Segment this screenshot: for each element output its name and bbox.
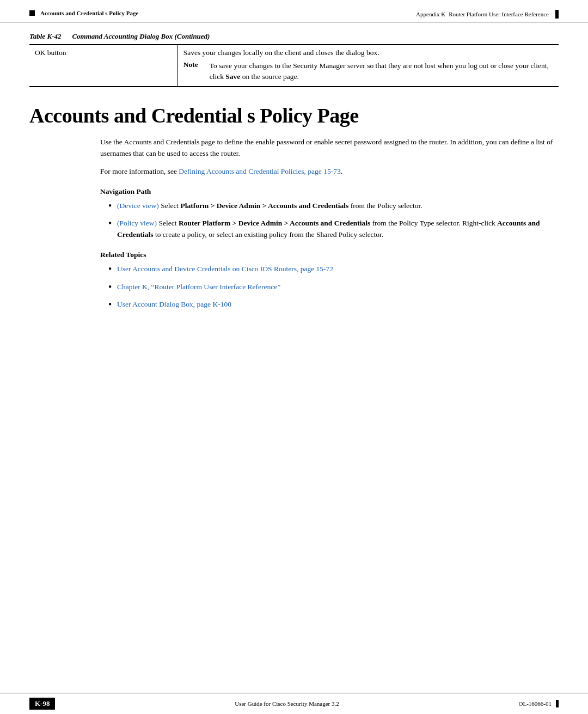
navigation-path-heading: Navigation Path	[100, 187, 559, 196]
device-view-link[interactable]: (Device view)	[117, 202, 159, 210]
table-caption-title: Command Accounting Dialog Box (Continued…	[72, 32, 210, 41]
header-bar-icon	[555, 10, 559, 19]
related-link-3: User Account Dialog Box, page K-100	[117, 299, 553, 310]
nav-bullet-1: (Device view) Select Platform > Device A…	[117, 200, 553, 212]
page-footer: K-98 User Guide for Cisco Security Manag…	[0, 693, 588, 714]
note-content: To save your changes to the Security Man…	[210, 60, 553, 83]
bullet-icon: •	[108, 217, 113, 230]
user-account-dialog-link[interactable]: User Account Dialog Box, page K-100	[117, 300, 231, 308]
related-link-2: Chapter K, “Router Platform User Interfa…	[117, 282, 553, 293]
list-item: • User Accounts and Device Credentials o…	[108, 264, 553, 276]
list-item: • (Policy view) Select Router Platform >…	[108, 218, 553, 241]
main-content: Table K-42 Command Accounting Dialog Box…	[0, 22, 588, 693]
ok-button-label: OK button	[35, 48, 66, 57]
footer-guide-title: User Guide for Cisco Security Manager 3.…	[55, 700, 518, 707]
table-row: OK button Saves your changes locally on …	[29, 45, 559, 87]
list-item: • Chapter K, “Router Platform User Inter…	[108, 282, 553, 294]
footer-left: K-98	[29, 698, 55, 710]
table-caption: Table K-42 Command Accounting Dialog Box…	[29, 32, 559, 41]
nav-bold-1: Platform > Device Admin > Accounts and C…	[181, 202, 349, 210]
note-label: Note	[183, 60, 204, 83]
table-main-text: Saves your changes locally on the client…	[183, 48, 553, 57]
related-topics-heading: Related Topics	[100, 251, 559, 259]
footer-right: OL-16066-01	[519, 700, 559, 707]
nav-bold-2a: Router Platform > Device Admin > Account…	[179, 219, 370, 227]
bullet-icon: •	[108, 281, 113, 294]
table-caption-label: Table K-42	[29, 32, 61, 41]
nav-bullet-2-text: Select Router Platform > Device Admin > …	[117, 219, 540, 239]
header-title: Router Platform User Interface Reference	[449, 11, 549, 17]
navigation-path-list: • (Device view) Select Platform > Device…	[108, 200, 553, 241]
table-cell-col2: Saves your changes locally on the client…	[177, 45, 559, 87]
command-accounting-table: OK button Saves your changes locally on …	[29, 44, 559, 87]
save-bold: Save	[225, 72, 240, 81]
nav-bullet-2: (Policy view) Select Router Platform > D…	[117, 218, 553, 241]
appendix-label: Appendix K	[416, 11, 445, 17]
bullet-icon: •	[108, 200, 113, 212]
chapter-k-link[interactable]: Chapter K, “Router Platform User Interfa…	[117, 283, 280, 291]
page-header: Accounts and Credential s Policy Page Ap…	[0, 0, 588, 22]
list-item: • (Device view) Select Platform > Device…	[108, 200, 553, 212]
nav-bullet-1-text: Select Platform > Device Admin > Account…	[161, 202, 422, 210]
section-body: Use the Accounts and Credentials page to…	[100, 137, 553, 160]
list-item: • User Account Dialog Box, page K-100	[108, 299, 553, 311]
footer-doc-number: OL-16066-01	[519, 700, 552, 707]
header-square-icon	[29, 10, 35, 16]
header-right: Appendix K Router Platform User Interfac…	[416, 10, 559, 19]
note-row: Note To save your changes to the Securit…	[183, 60, 553, 83]
footer-bar-icon	[556, 700, 559, 707]
page-number-badge: K-98	[29, 698, 55, 710]
section-link-para: For more information, see Defining Accou…	[100, 166, 553, 178]
table-cell-col1: OK button	[29, 45, 177, 87]
user-accounts-link[interactable]: User Accounts and Device Credentials on …	[117, 265, 333, 273]
header-breadcrumb-text: Accounts and Credential s Policy Page	[40, 10, 138, 16]
section-title: Accounts and Credential s Policy Page	[29, 105, 559, 127]
link-para-prefix: For more information, see	[100, 167, 179, 175]
header-breadcrumb: Accounts and Credential s Policy Page	[29, 10, 138, 16]
related-topics-list: • User Accounts and Device Credentials o…	[108, 264, 553, 311]
policy-view-link[interactable]: (Policy view)	[117, 219, 157, 227]
bullet-icon: •	[108, 298, 113, 311]
link-para-period: .	[341, 167, 342, 175]
defining-accounts-link[interactable]: Defining Accounts and Credential Policie…	[179, 167, 340, 175]
related-link-1: User Accounts and Device Credentials on …	[117, 264, 553, 275]
bullet-icon: •	[108, 263, 113, 276]
